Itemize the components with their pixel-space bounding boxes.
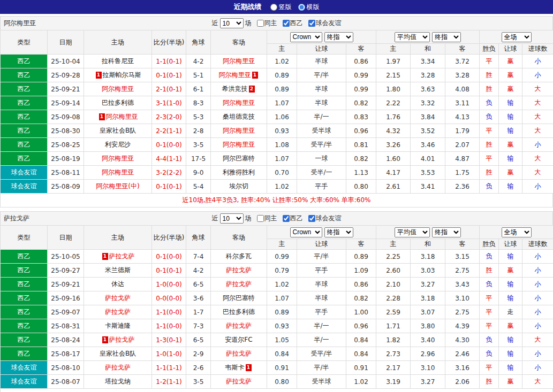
avg-away-odds: 2.75 [445, 264, 480, 278]
layout-radio-vertical[interactable] [270, 4, 277, 11]
avg-home-odds: 2.17 [376, 361, 411, 375]
handicap-line: 受平/半 [297, 138, 346, 152]
filter-option-same-home[interactable]: 同主 [257, 214, 277, 223]
filter-checkbox-league[interactable] [283, 215, 290, 222]
away-team-cell: 萨拉戈萨 [211, 278, 267, 291]
avg-away-odds: 2.46 [445, 347, 480, 361]
result-outcome: 平 [480, 305, 499, 319]
avg-draw-odds: 3.28 [411, 68, 445, 82]
home-team-name: 萨拉戈萨 [105, 294, 131, 302]
avg-draw-odds: 3.80 [411, 319, 445, 333]
avg-draw-odds: 3.41 [411, 180, 445, 194]
filter-label-same-home: 同主 [264, 19, 277, 28]
avg-home-odds: 3.26 [376, 138, 411, 152]
filter-checkbox-same-home[interactable] [257, 215, 264, 222]
result-handicap: 走 [499, 305, 522, 319]
result-goals: 小 [522, 55, 553, 68]
score-cell: 1-2(1-1) [152, 375, 186, 389]
europe-stage-select[interactable]: 终指 [432, 227, 461, 237]
home-team-name: 阿尔梅里亚 [106, 113, 138, 120]
corners-cell: 5-3 [186, 110, 211, 124]
home-team-cell: 皇家社会B队 [84, 347, 152, 361]
column-header: 让球 [499, 44, 522, 55]
home-team-name: 利安尼沙 [105, 141, 131, 148]
away-team-cell: 阿尔梅里亚1 [211, 68, 267, 82]
result-goals: 小 [522, 250, 553, 264]
scope-select[interactable]: 全场 [502, 227, 532, 237]
record-summary: 近10场,胜4平3负3, 胜率:40% 让胜率:50% 大率:60% 单率:60… [0, 194, 553, 207]
odds-group-header: 全场 [480, 30, 553, 44]
filter-checkbox-friendly[interactable] [308, 215, 315, 222]
section-header: 萨拉戈萨近10场同主西乙球会友谊 [0, 211, 553, 225]
column-header: 和 [411, 239, 445, 250]
date-cell: 25-09-21 [48, 82, 84, 96]
filter-option-friendly[interactable]: 球会友谊 [308, 214, 342, 223]
handicap-home-odds: 1.07 [267, 152, 297, 166]
away-team-name: 埃尔切 [229, 182, 248, 190]
europe-stage-select[interactable]: 终指 [432, 32, 461, 42]
filter-option-league[interactable]: 西乙 [283, 19, 303, 28]
league-type-cell: 西乙 [1, 68, 48, 82]
handicap-line: 半球 [297, 82, 346, 96]
date-cell: 25-08-07 [48, 375, 84, 389]
average-select[interactable]: 平均值 [395, 227, 430, 237]
filter-checkbox-league[interactable] [283, 20, 290, 27]
handicap-line: 半球 [297, 278, 346, 291]
home-team-cell: 阿尔梅里亚 [84, 166, 152, 180]
handicap-home-odds: 0.80 [267, 375, 297, 389]
avg-draw-odds: 3.03 [411, 264, 445, 278]
scope-select[interactable]: 全场 [502, 32, 532, 42]
team-section: 阿尔梅里亚近10场同主西乙球会友谊类型日期主场比分(半场)角球客场Crown终指… [0, 16, 553, 207]
handicap-home-odds: 0.93 [267, 124, 297, 138]
score-cell: 0-1(0-1) [152, 180, 186, 194]
away-team-name: 桑坦德竞技 [223, 113, 255, 120]
filter-label-friendly: 球会友谊 [316, 19, 342, 28]
handicap-stage-select[interactable]: 终指 [324, 32, 353, 42]
avg-away-odds: 3.10 [445, 291, 480, 305]
filter-checkbox-same-home[interactable] [257, 20, 264, 27]
handicap-away-odds: 0.86 [346, 278, 376, 291]
column-header: 主场 [84, 226, 152, 250]
filter-checkbox-friendly[interactable] [308, 20, 315, 27]
score-cell: 1-1(0-1) [152, 55, 186, 68]
recent-count-select[interactable]: 10 [220, 213, 244, 224]
home-team-cell: 皇家社会B队 [84, 124, 152, 138]
column-header: 角球 [186, 226, 211, 250]
filter-option-league[interactable]: 西乙 [283, 214, 303, 223]
home-team-cell: 阿尔梅里亚(中) [84, 180, 152, 194]
match-row: 西乙25-09-14巴拉多利德3-1(1-0)8-3阿尔梅里亚1.07半球0.8… [1, 96, 553, 110]
avg-home-odds: 1.76 [376, 110, 411, 124]
handicap-away-odds: 1.13 [346, 166, 376, 180]
result-outcome: 负 [480, 347, 499, 361]
odds-group-header: 全场 [480, 226, 553, 239]
handicap-home-odds: 1.02 [267, 278, 297, 291]
avg-away-odds: 3.43 [445, 278, 480, 291]
handicap-stage-select[interactable]: 终指 [324, 227, 353, 237]
result-handicap: 输 [499, 278, 522, 291]
league-type-cell: 球会友谊 [1, 180, 48, 194]
filter-option-friendly[interactable]: 球会友谊 [308, 19, 342, 28]
home-team-cell: 1阿尔梅里亚 [84, 110, 152, 124]
filter-option-same-home[interactable]: 同主 [257, 19, 277, 28]
layout-option-horizontal[interactable]: 横版 [298, 3, 320, 12]
average-select[interactable]: 平均值 [395, 32, 430, 42]
home-team-name: 阿尔梅里亚 [102, 155, 134, 162]
away-team-cell: 阿尔梅里亚 [211, 55, 267, 68]
recent-count-select[interactable]: 10 [220, 18, 244, 28]
red-card-badge: 2 [249, 86, 255, 93]
bookmaker-select[interactable]: Crown [290, 227, 322, 237]
result-handicap: 赢 [499, 375, 522, 389]
bookmaker-select[interactable]: Crown [290, 32, 322, 42]
result-outcome: 负 [480, 180, 499, 194]
team-name: 阿尔梅里亚 [4, 19, 36, 28]
date-cell: 25-08-30 [48, 124, 84, 138]
league-type-cell: 西乙 [1, 96, 48, 110]
layout-option-vertical[interactable]: 竖版 [270, 3, 292, 12]
red-card-badge: 1 [102, 253, 108, 260]
result-outcome: 胜 [480, 138, 499, 152]
layout-radio-horizontal[interactable] [298, 4, 305, 11]
home-team-cell: 阿尔梅里亚 [84, 82, 152, 96]
league-type-cell: 西乙 [1, 250, 48, 264]
avg-home-odds: 2.61 [376, 180, 411, 194]
date-cell: 25-09-14 [48, 96, 84, 110]
